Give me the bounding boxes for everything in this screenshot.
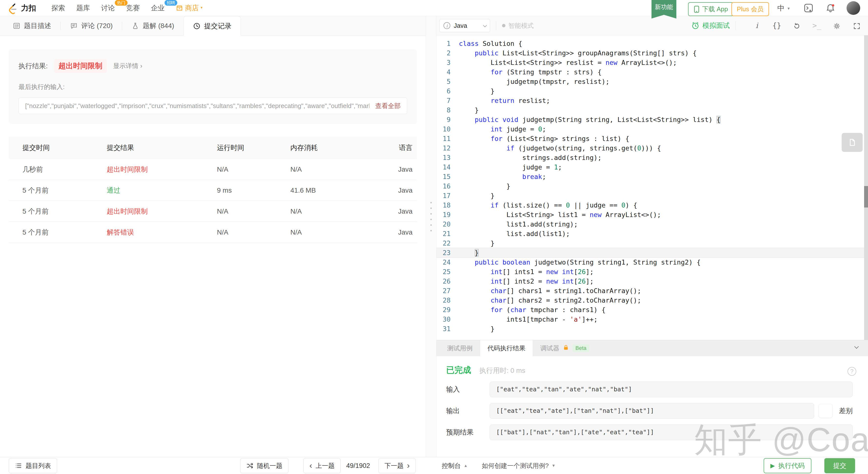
plus-member-button[interactable]: Plus 会员	[732, 2, 769, 16]
submissions-table-body: 几秒前超出时间限制N/AN/AJava5 个月前通过9 ms41.6 MBJav…	[9, 159, 417, 243]
code-editor[interactable]: 1class Solution {2 public List<List<Stri…	[436, 35, 868, 340]
beta-badge: Beta	[572, 344, 589, 352]
brand-name: 力扣	[21, 3, 36, 13]
last-input-box: ["nozzle","punjabi","waterlogged","impri…	[19, 98, 407, 114]
testcase-help-label: 如何创建一个测试用例?	[482, 462, 549, 470]
problem-list-label: 题目列表	[26, 462, 51, 470]
nav-item-discuss[interactable]: 讨论 热门	[101, 3, 115, 13]
playground-icon[interactable]	[803, 3, 814, 13]
editor-scrollbar-thumb[interactable]	[864, 186, 868, 208]
next-question-button[interactable]: 下一题 ›	[378, 458, 416, 473]
code-text: public boolean judgetwo(String string1, …	[459, 257, 701, 267]
tab-run-result[interactable]: 代码执行结果	[480, 340, 533, 356]
code-text: for (char tmpchar : chars1) {	[459, 305, 606, 315]
run-code-button[interactable]: ▶ 执行代码	[764, 458, 811, 473]
reset-code-icon[interactable]	[792, 21, 802, 30]
code-text: }	[459, 86, 494, 96]
code-line: 19 List<String> list1 = new ArrayList<>(…	[436, 210, 868, 219]
line-number: 21	[436, 229, 451, 239]
nav-item-explore[interactable]: 探索	[52, 3, 65, 13]
line-number: 14	[436, 162, 451, 172]
show-details-link[interactable]: 显示详情 ›	[113, 62, 143, 70]
console-toggle[interactable]: 控制台 ▲	[442, 457, 468, 474]
terminal-icon[interactable]: >_	[812, 21, 822, 30]
line-number: 4	[436, 67, 451, 77]
smart-mode-toggle[interactable]: 智能模式	[502, 22, 534, 30]
nav-item-store[interactable]: 商店 ▾	[176, 3, 203, 13]
new-feature-ribbon[interactable]: 新功能	[651, 0, 676, 19]
description-icon	[13, 22, 21, 30]
cell-memory: N/A	[290, 165, 368, 173]
expected-value-box[interactable]: [["bat"],["nat","tan"],["ate","eat","tea…	[490, 424, 852, 440]
download-app-button[interactable]: 下载 App	[688, 2, 734, 16]
code-line: 9 public void judgetmp(String string, Li…	[436, 115, 868, 124]
user-avatar[interactable]	[846, 1, 860, 15]
fullscreen-icon[interactable]	[852, 21, 862, 30]
cell-time: 5 个月前	[9, 207, 107, 216]
code-text: }	[459, 248, 478, 257]
nav-item-problems[interactable]: 题库	[76, 3, 90, 13]
output-value-box[interactable]: [["eat","tea","ate"],["tan","nat"],["bat…	[490, 403, 814, 419]
copy-document-icon	[847, 138, 857, 147]
list-icon	[15, 462, 22, 469]
random-question-button[interactable]: 随机一题	[240, 458, 288, 473]
editor-scrollbar[interactable]	[864, 35, 868, 340]
nav-item-store-label: 商店	[185, 3, 199, 13]
nav-item-contest[interactable]: 竞赛	[126, 3, 140, 13]
code-text: class Solution {	[459, 39, 522, 48]
editor-language-select[interactable]: i Java	[439, 19, 490, 32]
tab-debugger[interactable]: 调试器 Beta	[533, 340, 597, 356]
submissions-icon	[193, 22, 201, 30]
bottom-bar: 题目列表 随机一题 ‹ 上一题 49/1902 下一题 › 控制台 ▲ 如何创建…	[0, 457, 868, 474]
help-question-icon[interactable]: ?	[847, 367, 856, 376]
table-row[interactable]: 几秒前超出时间限制N/AN/AJava	[9, 159, 417, 180]
language-selector[interactable]: 中 ▼	[777, 3, 790, 13]
code-text: int[] ints1 = new int[26];	[459, 267, 594, 277]
tab-solutions[interactable]: 题解 (844)	[122, 16, 183, 35]
code-text: judge = 1;	[459, 162, 562, 172]
editor-info-icon[interactable]: i	[752, 21, 762, 30]
view-all-link[interactable]: 查看全部	[375, 102, 401, 110]
notifications-bell-icon[interactable]	[825, 3, 836, 13]
submissions-table-header: 提交时间 提交结果 运行时间 内存消耗 语言	[9, 136, 417, 159]
editor-settings-gear-icon[interactable]	[832, 21, 842, 30]
console-toggle-label: 控制台	[442, 462, 461, 470]
code-text: public void judgetmp(String string, List…	[459, 115, 720, 124]
expected-row: 预期结果 [["bat"],["nat","tan"],["ate","eat"…	[446, 424, 852, 440]
format-code-icon[interactable]: {}	[772, 21, 782, 30]
col-header-result: 提交结果	[107, 143, 217, 152]
solutions-icon	[131, 22, 139, 30]
tab-comments[interactable]: 评论 (720)	[61, 16, 122, 35]
code-line: 12 if (judgetwo(string, strings.get(0)))…	[436, 144, 868, 153]
tab-submissions[interactable]: 提交记录	[183, 16, 241, 36]
line-number: 30	[436, 315, 451, 324]
tab-description[interactable]: 题目描述	[3, 16, 60, 35]
language-selector-value: 中	[777, 3, 784, 13]
submit-button[interactable]: 提交	[824, 458, 855, 473]
diff-toggle[interactable]	[818, 404, 833, 418]
copy-code-button[interactable]	[842, 133, 863, 152]
last-input-value: ["nozzle","punjabi","waterlogged","impri…	[25, 102, 369, 110]
tab-testcase[interactable]: 测试用例	[440, 340, 480, 356]
runtime-value: 0 ms	[510, 367, 525, 374]
prev-question-button[interactable]: ‹ 上一题	[303, 458, 341, 473]
line-number: 26	[436, 277, 451, 286]
table-row[interactable]: 5 个月前通过9 ms41.6 MBJava	[9, 180, 417, 201]
panel-resize-divider[interactable]	[426, 16, 436, 457]
problem-list-button[interactable]: 题目列表	[9, 458, 57, 473]
table-row[interactable]: 5 个月前超出时间限制N/AN/AJava	[9, 201, 417, 222]
testcase-help-link[interactable]: 如何创建一个测试用例? ▼	[482, 457, 555, 474]
nav-item-business[interactable]: 企业 招聘	[151, 3, 164, 13]
brand[interactable]: 力扣	[7, 2, 36, 14]
table-row[interactable]: 5 个月前解答错误N/AN/AJava	[9, 222, 417, 243]
input-value-box[interactable]: ["eat","tea","tan","ate","nat","bat"]	[490, 382, 852, 397]
mock-interview-button[interactable]: 模拟面试	[691, 21, 730, 30]
code-text: for (String tmpstr : strs) {	[459, 67, 601, 77]
execution-result-status[interactable]: 超出时间限制	[54, 59, 107, 73]
code-line: 25 int[] ints1 = new int[26];	[436, 267, 868, 277]
line-number: 5	[436, 77, 451, 86]
line-number: 20	[436, 219, 451, 229]
collapse-console-chevron-icon[interactable]	[855, 345, 858, 349]
triangle-up-icon: ▲	[464, 464, 468, 468]
cell-memory: 41.6 MB	[290, 187, 368, 194]
